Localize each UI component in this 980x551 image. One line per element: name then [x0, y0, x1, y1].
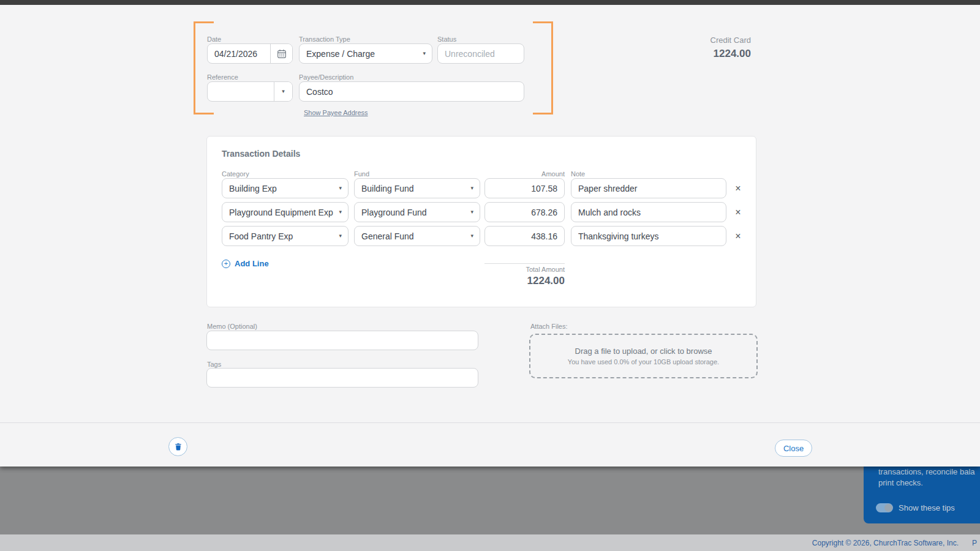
date-calendar-button[interactable] — [270, 44, 292, 63]
modal-action-bar: Close — [0, 422, 980, 467]
tags-input[interactable] — [206, 368, 478, 388]
fund-column-label: Fund — [354, 170, 369, 178]
reference-input[interactable] — [208, 82, 274, 101]
total-amount-value: 1224.00 — [464, 275, 565, 287]
remove-line-button[interactable]: × — [731, 202, 745, 222]
payee-label: Payee/Description — [299, 73, 353, 81]
fund-value: Playground Fund — [361, 208, 427, 217]
upload-instruction: Drag a file to upload, or click to brows… — [575, 347, 712, 356]
transaction-type-value: Expense / Charge — [306, 49, 375, 59]
total-divider — [484, 263, 565, 264]
status-value: Unreconciled — [445, 49, 495, 59]
category-column-label: Category — [222, 170, 249, 178]
fund-select[interactable]: Playground Fund ▾ — [354, 202, 480, 222]
transaction-type-select[interactable]: Expense / Charge ▾ — [299, 43, 432, 64]
status-label: Status — [437, 36, 456, 43]
note-input[interactable] — [571, 202, 726, 222]
reference-label: Reference — [207, 73, 238, 81]
chevron-down-icon: ▾ — [470, 209, 473, 215]
date-input[interactable] — [208, 44, 270, 63]
date-label: Date — [207, 36, 221, 43]
chevron-down-icon: ▾ — [470, 233, 473, 239]
chevron-down-icon: ▾ — [339, 233, 342, 239]
note-column-label: Note — [571, 170, 585, 178]
fund-select[interactable]: General Fund ▾ — [354, 226, 480, 246]
chevron-down-icon: ▾ — [339, 186, 342, 191]
fund-value: General Fund — [361, 231, 414, 241]
plus-circle-icon: + — [222, 260, 230, 268]
account-summary: Credit Card 1224.00 — [628, 36, 751, 60]
show-payee-address-link[interactable]: Show Payee Address — [304, 109, 368, 116]
close-x-icon: × — [735, 207, 741, 218]
category-value: Playground Equipment Exp — [229, 208, 333, 217]
fund-select[interactable]: Building Fund ▾ — [354, 178, 480, 198]
tips-panel: transactions, reconcile bala print check… — [864, 467, 980, 523]
transaction-type-label: Transaction Type — [299, 36, 350, 43]
page-footer: Copyright © 2026, ChurchTrac Software, I… — [0, 534, 980, 551]
account-amount: 1224.00 — [628, 48, 751, 60]
account-name: Credit Card — [628, 36, 751, 45]
upload-storage-info: You have used 0.0% of your 10GB upload s… — [568, 358, 719, 365]
date-input-group — [207, 43, 293, 64]
chevron-down-icon: ▾ — [470, 186, 473, 191]
tips-text-line2: print checks. — [878, 478, 923, 487]
add-line-label: Add Line — [235, 259, 269, 268]
remove-line-button[interactable]: × — [731, 178, 745, 198]
amount-column-label: Amount — [464, 170, 565, 178]
fund-value: Building Fund — [361, 184, 414, 193]
close-button[interactable]: Close — [775, 440, 812, 457]
attach-files-label: Attach Files: — [530, 323, 568, 330]
chevron-down-icon: ▾ — [282, 89, 285, 94]
amount-input[interactable] — [484, 202, 565, 222]
reference-dropdown-button[interactable]: ▾ — [274, 82, 292, 101]
amount-input[interactable] — [484, 226, 565, 246]
show-tips-label: Show these tips — [899, 503, 955, 512]
tips-text-line1: transactions, reconcile bala — [878, 467, 975, 476]
copyright-text: Copyright © 2026, ChurchTrac Software, I… — [812, 539, 959, 547]
payee-input[interactable] — [299, 81, 524, 102]
close-x-icon: × — [735, 183, 741, 194]
card-title: Transaction Details — [222, 149, 300, 159]
remove-line-button[interactable]: × — [731, 226, 745, 246]
delete-transaction-button[interactable] — [168, 437, 187, 456]
memo-input[interactable] — [206, 331, 478, 350]
category-select[interactable]: Food Pantry Exp ▾ — [222, 226, 349, 246]
status-value-box: Unreconciled — [437, 43, 524, 64]
trash-icon — [174, 442, 183, 451]
highlight-bracket-right-icon — [533, 21, 553, 114]
window-top-bar — [0, 0, 980, 5]
total-amount-label: Total Amount — [464, 266, 565, 273]
close-x-icon: × — [735, 231, 741, 242]
add-line-button[interactable]: + Add Line — [222, 259, 269, 268]
calendar-icon — [277, 49, 287, 59]
category-select[interactable]: Building Exp ▾ — [222, 178, 349, 198]
note-input[interactable] — [571, 226, 726, 246]
file-upload-dropzone[interactable]: Drag a file to upload, or click to brows… — [529, 334, 758, 378]
transaction-details-card: Transaction Details Category Fund Amount… — [206, 136, 756, 307]
category-select[interactable]: Playground Equipment Exp ▾ — [222, 202, 349, 222]
amount-input[interactable] — [484, 178, 565, 198]
memo-label: Memo (Optional) — [207, 323, 257, 330]
reference-input-group: ▾ — [207, 81, 293, 102]
toggle-knob — [884, 504, 892, 512]
category-value: Building Exp — [229, 184, 277, 193]
note-input[interactable] — [571, 178, 726, 198]
chevron-down-icon: ▾ — [339, 209, 342, 215]
transaction-modal: Date Transaction Type Expense / Charge ▾… — [0, 5, 980, 467]
show-tips-toggle[interactable] — [876, 503, 893, 512]
tags-label: Tags — [207, 361, 221, 368]
footer-link-partial[interactable]: P — [972, 539, 977, 547]
category-value: Food Pantry Exp — [229, 231, 293, 241]
chevron-down-icon: ▾ — [423, 51, 426, 56]
